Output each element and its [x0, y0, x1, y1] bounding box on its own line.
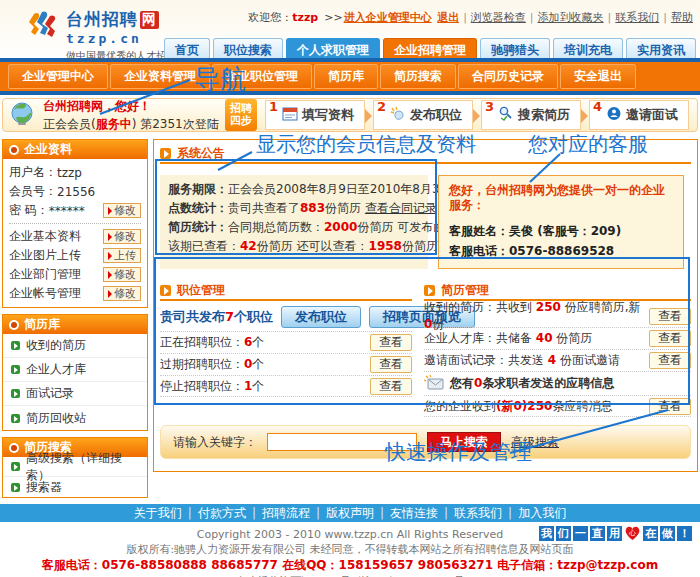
- job-management-header: 职位管理: [160, 281, 412, 301]
- sidebar-item-talent-pool[interactable]: 企业人才库: [3, 358, 147, 382]
- talent-pool-row: 企业人才库：共储备 40 份简历 查看: [424, 327, 691, 349]
- company-subnav: 企业管理中心 企业资料管理 企业职位管理 简历库 简历搜索 合同历史记录 安全退…: [0, 62, 700, 95]
- tab-headhunting[interactable]: 驰骋猎头: [480, 38, 550, 58]
- view-received-resumes-button[interactable]: 查看: [649, 308, 691, 325]
- customer-service-box: 您好，台州招聘网为您提供一对一的企业服务： 客服姓名：吴俊 (客服号：209) …: [438, 175, 684, 269]
- step-label: 邀请面试: [626, 106, 678, 124]
- subnav-contract-history[interactable]: 合同历史记录: [458, 64, 558, 89]
- points-stats-text: 点数统计：贵司共查看了883份简历: [168, 201, 365, 215]
- top-header: 欢迎您：tzzp>>进入企业管理中心 退出|浏览器检查|添加到收藏夹|联系我们|…: [0, 0, 700, 58]
- edit-department-button[interactable]: 修改: [103, 267, 141, 282]
- service-greeting: 您好，台州招聘网为您提供一对一的企业服务：: [449, 183, 673, 213]
- management-row: 职位管理 贵司共发布7个职位 发布职位 招聘页面预览 正在招聘职位：6个 查看 …: [160, 281, 691, 417]
- field-label: 会员号：: [9, 183, 57, 200]
- main-nav-tabs: 首页 职位搜索 个人求职管理 企业招聘管理 驰骋猎头 培训充电 实用资讯: [164, 38, 696, 58]
- view-interview-invites-button[interactable]: 查看: [649, 352, 691, 369]
- footer-about-link[interactable]: 关于我们: [134, 505, 182, 522]
- view-contract-link[interactable]: 查看合同记录: [365, 201, 437, 215]
- upload-image-button[interactable]: 上传: [103, 248, 141, 263]
- sidebar: 企业资料 用户名：tzzp 会员号：21556 密 码：****** 修改: [2, 139, 148, 504]
- step-search-resume[interactable]: 3 搜索简历: [481, 100, 581, 130]
- footer: 关于我们 付款方式 招聘流程 版权声明 友情连接 联系我们 加入我们 Copyr…: [0, 504, 700, 577]
- footer-contact-link[interactable]: 联系我们: [438, 505, 502, 522]
- footer-copyright-link[interactable]: 版权声明: [310, 505, 374, 522]
- step-fill-profile[interactable]: 1 填写资料: [265, 100, 365, 130]
- dotted-divider: [9, 223, 141, 224]
- step-label: 发布职位: [410, 106, 462, 124]
- help-link[interactable]: 帮助: [671, 11, 693, 24]
- subnav-company-jobs[interactable]: 企业职位管理: [212, 64, 312, 89]
- sidebar-item-interview-records[interactable]: 面试记录: [3, 382, 147, 406]
- profile-row-username: 用户名：tzzp: [9, 163, 141, 182]
- subnav-resume-library[interactable]: 简历库: [314, 64, 378, 89]
- tab-training[interactable]: 培训充电: [553, 38, 623, 58]
- view-company-messages-button[interactable]: 查看: [649, 398, 691, 415]
- view-expired-jobs-button[interactable]: 查看: [370, 356, 412, 373]
- add-favorite-link[interactable]: 添加到收藏夹: [538, 11, 604, 24]
- edit-basic-info-button[interactable]: 修改: [103, 229, 141, 244]
- sidebar-item-resume-recycle[interactable]: 简历回收站: [3, 406, 147, 430]
- separator: |: [663, 11, 667, 24]
- browser-check-link[interactable]: 浏览器检查: [471, 11, 526, 24]
- subnav-safe-logout[interactable]: 安全退出: [560, 64, 636, 89]
- footer-recruit-process-link[interactable]: 招聘流程: [246, 505, 310, 522]
- contact-us-link[interactable]: 联系我们: [615, 11, 659, 24]
- footer-friend-links-link[interactable]: 友情连接: [374, 505, 438, 522]
- subnav-resume-search[interactable]: 简历搜索: [380, 64, 456, 89]
- edit-account-button[interactable]: 修改: [103, 286, 141, 301]
- orange-arrow-icon: [424, 285, 435, 296]
- site-logo: 台州招聘网 tzzp.cn 做中国最优秀的人才招聘网: [26, 8, 186, 63]
- footer-join-us-link[interactable]: 加入我们: [502, 505, 566, 522]
- step-publish-job[interactable]: 2 发布职位: [373, 100, 473, 130]
- stopped-jobs-row: 停止招聘职位：1个 查看: [160, 375, 412, 397]
- sidebar-item-received-resumes[interactable]: 收到的简历: [3, 334, 147, 358]
- step-label: 搜索简历: [518, 106, 570, 124]
- sidebar-box-title: 简历库: [24, 316, 60, 333]
- advanced-search-link[interactable]: 高级搜索: [511, 434, 559, 451]
- steps-tab-line2: 四步: [230, 115, 252, 127]
- search-now-button[interactable]: 马上搜索: [427, 432, 501, 452]
- subnav-company-center[interactable]: 企业管理中心: [8, 64, 108, 89]
- logo-name: 台州招聘: [66, 8, 138, 31]
- logout-link[interactable]: 退出: [437, 11, 459, 24]
- sidebar-item-advanced-search[interactable]: 高级搜索（详细搜索）: [3, 457, 147, 477]
- field-value: 21556: [57, 185, 95, 199]
- tab-job-search[interactable]: 职位搜索: [213, 38, 283, 58]
- sidebar-item-label: 简历回收站: [26, 410, 86, 427]
- service-period-line: 服务期限：正会会员2008年8月9日至2010年8月31日(服务中): [168, 180, 420, 199]
- received-resumes-row: 收到的简历：共收到 250 份应聘简历,新 0份 查看: [424, 305, 691, 327]
- sidebar-resume-search-box: 简历搜索 高级搜索（详细搜索） 搜索器: [2, 437, 148, 498]
- view-active-jobs-button[interactable]: 查看: [370, 334, 412, 351]
- resume-management-header: 简历管理: [424, 281, 691, 301]
- tab-company-recruit-mgmt[interactable]: 企业招聘管理: [383, 38, 477, 58]
- green-arrow-icon: [11, 365, 20, 374]
- keyword-input[interactable]: [267, 433, 417, 451]
- info-row: 服务期限：正会会员2008年8月9日至2010年8月31日(服务中) 点数统计：…: [160, 175, 691, 269]
- separator: |: [608, 11, 612, 24]
- sidebar-box-header: 简历库: [3, 315, 147, 334]
- row-text: 收到的简历：共收到 250 份应聘简历,新 0份: [424, 299, 649, 333]
- magnifier-icon: [498, 106, 514, 124]
- hand-icon: [390, 106, 406, 124]
- enter-company-center-link[interactable]: 进入企业管理中心: [344, 11, 432, 24]
- edit-password-button[interactable]: 修改: [103, 203, 141, 218]
- step-invite-interview[interactable]: 4 邀请面试: [589, 100, 689, 130]
- view-stopped-jobs-button[interactable]: 查看: [370, 378, 412, 395]
- row-label: 企业帐号管理: [9, 285, 81, 302]
- service-agent-name: 客服姓名：吴俊 (客服号：209): [449, 221, 673, 241]
- tab-home[interactable]: 首页: [164, 38, 210, 58]
- footer-payment-link[interactable]: 付款方式: [182, 505, 246, 522]
- username: tzzp: [292, 11, 318, 24]
- profile-row-image-upload: 企业图片上传 上传: [9, 246, 141, 265]
- job-management-section: 职位管理 贵司共发布7个职位 发布职位 招聘页面预览 正在招聘职位：6个 查看 …: [160, 281, 412, 417]
- footer-slogan: 我 们 一 直 用 心 在 做 ！: [539, 525, 692, 541]
- tab-personal-job-mgmt[interactable]: 个人求职管理: [286, 38, 380, 58]
- row-label: 企业部门管理: [9, 266, 81, 283]
- system-announcement-header: 系统公告: [160, 144, 691, 164]
- job-summary-row: 贵司共发布7个职位 发布职位 招聘页面预览: [160, 303, 412, 331]
- tab-practical-info[interactable]: 实用资讯: [626, 38, 696, 58]
- subnav-company-profile[interactable]: 企业资料管理: [110, 64, 210, 89]
- slogan-char: ！: [677, 526, 692, 541]
- view-talent-pool-button[interactable]: 查看: [649, 330, 691, 347]
- publish-job-button[interactable]: 发布职位: [281, 306, 361, 328]
